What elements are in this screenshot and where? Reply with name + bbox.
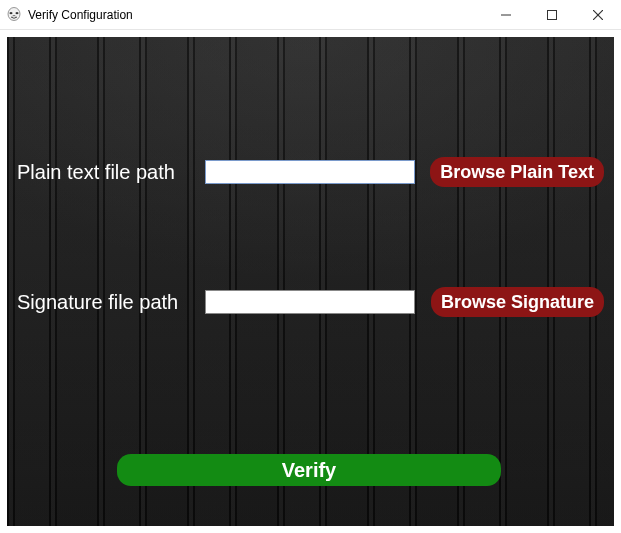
window-title: Verify Configuration [28, 8, 133, 22]
signature-input[interactable] [205, 290, 415, 314]
window-controls [483, 0, 621, 29]
browse-signature-button[interactable]: Browse Signature [431, 287, 604, 317]
plain-text-row: Plain text file path Browse Plain Text [17, 157, 604, 187]
plain-text-input[interactable] [205, 160, 415, 184]
plain-text-label: Plain text file path [17, 161, 197, 184]
minimize-button[interactable] [483, 0, 529, 29]
maximize-button[interactable] [529, 0, 575, 29]
close-button[interactable] [575, 0, 621, 29]
signature-label: Signature file path [17, 291, 197, 314]
client-area: Plain text file path Browse Plain Text S… [0, 30, 621, 533]
main-panel: Plain text file path Browse Plain Text S… [7, 37, 614, 526]
mask-icon [6, 7, 22, 23]
svg-point-2 [16, 12, 19, 14]
titlebar: Verify Configuration [0, 0, 621, 30]
svg-point-1 [10, 12, 13, 14]
browse-plain-text-button[interactable]: Browse Plain Text [430, 157, 604, 187]
verify-button[interactable]: Verify [117, 454, 501, 486]
signature-row: Signature file path Browse Signature [17, 287, 604, 317]
svg-rect-4 [548, 10, 557, 19]
